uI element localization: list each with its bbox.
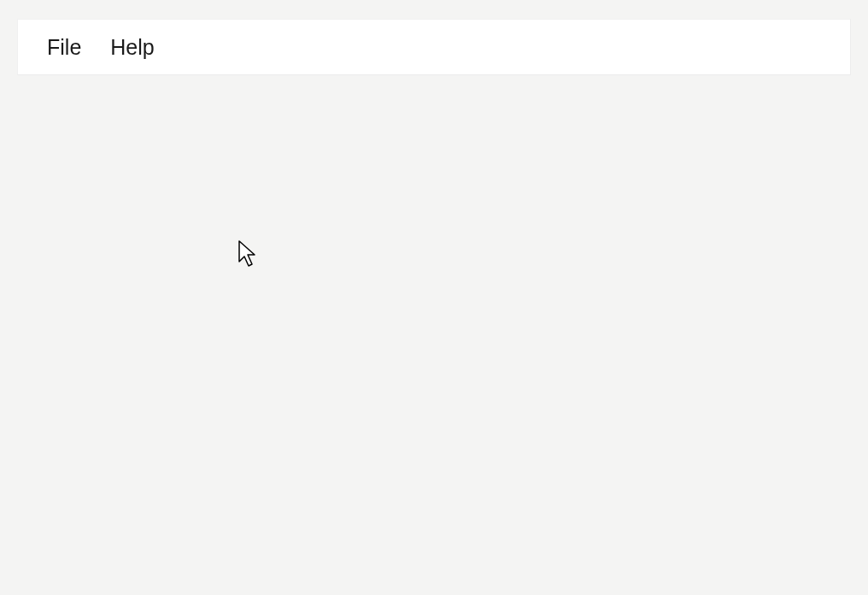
menu-file[interactable]: File: [44, 30, 85, 65]
menu-help[interactable]: Help: [107, 30, 157, 65]
menu-bar: File Help: [17, 19, 851, 75]
content-area: [0, 75, 868, 595]
